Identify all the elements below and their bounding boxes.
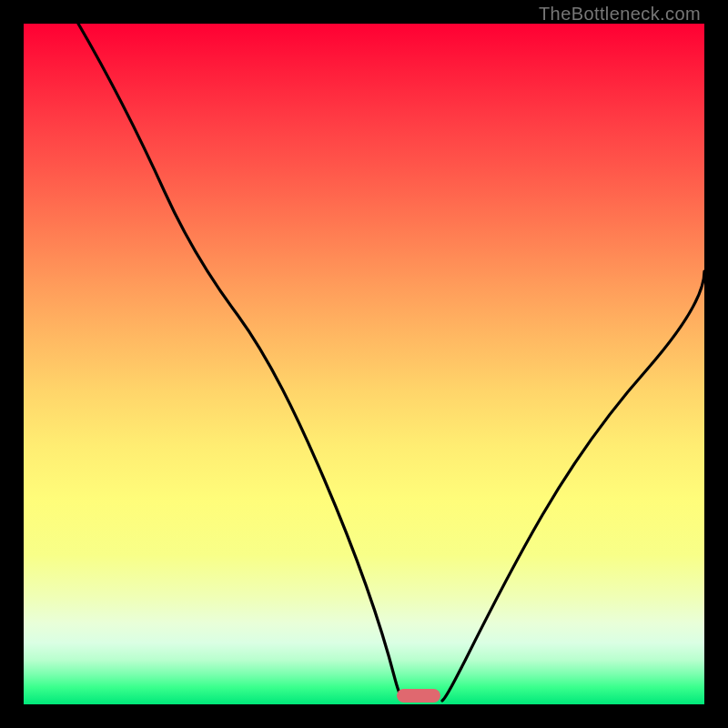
optimal-zone-marker: [397, 689, 440, 703]
watermark-text: TheBottleneck.com: [539, 4, 701, 25]
curve-left: [78, 24, 404, 701]
curve-svg: [24, 24, 704, 704]
curve-right: [442, 271, 704, 701]
chart-plot-area: [24, 24, 704, 704]
